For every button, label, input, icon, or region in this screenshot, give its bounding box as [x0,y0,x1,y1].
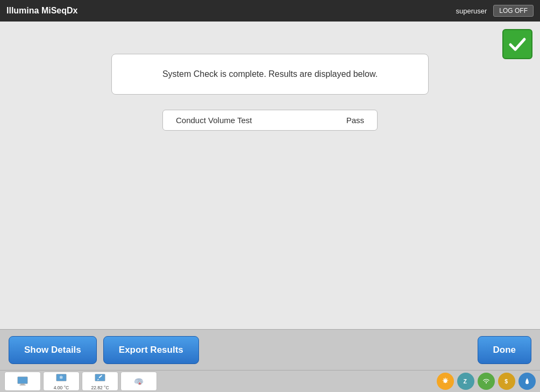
header-right: superuser LOG OFF [456,5,534,17]
check-icon-wrapper [502,29,532,59]
pen-icon [94,373,106,384]
app-title: Illumina MiSeqDx [6,6,77,16]
status-green-icon[interactable] [478,373,495,390]
freeze-taskbar-icon[interactable]: ❄ 4.00 °C [43,372,80,391]
username-label: superuser [456,7,487,15]
test-status-label: Pass [346,116,364,125]
letter-z-icon: Z [461,376,471,386]
result-row: Conduct Volume Test Pass [162,110,378,131]
status-blue-icon[interactable] [518,373,536,390]
dollar-icon: $ [502,376,511,386]
pen-temp-label: 22.82 °C [91,385,109,390]
test-name-label: Conduct Volume Test [176,116,252,125]
drop-icon [522,376,532,386]
wifi-icon [481,376,491,386]
pen-taskbar-icon[interactable]: 22.82 °C [82,372,118,391]
monitor-icon [17,375,29,387]
logout-button[interactable]: LOG OFF [493,5,534,17]
header: Illumina MiSeqDx superuser LOG OFF [0,0,540,22]
svg-text:Z: Z [464,378,467,384]
status-orange-icon[interactable] [437,373,454,390]
taskbar-left: ❄ 4.00 °C 22.82 °C [4,372,157,391]
svg-rect-1 [20,384,24,385]
cloud-taskbar-icon[interactable] [120,372,157,391]
checkmark-icon [507,34,528,54]
status-message-box: System Check is complete. Results are di… [111,54,429,95]
button-left-group: Show Details Export Results [9,336,199,364]
done-button[interactable]: Done [478,336,532,364]
gear-icon [440,376,450,386]
main-area: System Check is complete. Results are di… [0,22,540,370]
cloud-icon [133,375,145,387]
button-bar: Show Details Export Results Done [0,329,540,370]
svg-rect-0 [18,377,27,384]
show-details-button[interactable]: Show Details [9,336,97,364]
content-area: System Check is complete. Results are di… [0,22,540,370]
svg-text:❄: ❄ [59,374,63,380]
freeze-icon: ❄ [55,373,67,384]
status-message-text: System Check is complete. Results are di… [162,69,378,79]
svg-text:$: $ [505,378,508,384]
export-results-button[interactable]: Export Results [103,336,199,364]
taskbar: ❄ 4.00 °C 22.82 °C [0,370,540,392]
freeze-temp-label: 4.00 °C [54,385,69,390]
status-teal-icon[interactable]: Z [457,373,474,390]
svg-point-17 [486,382,487,383]
svg-rect-2 [20,384,26,385]
success-icon [502,29,532,59]
taskbar-right: Z $ [437,373,536,390]
status-gold-icon[interactable]: $ [498,373,515,390]
monitor-taskbar-icon[interactable] [4,372,41,391]
